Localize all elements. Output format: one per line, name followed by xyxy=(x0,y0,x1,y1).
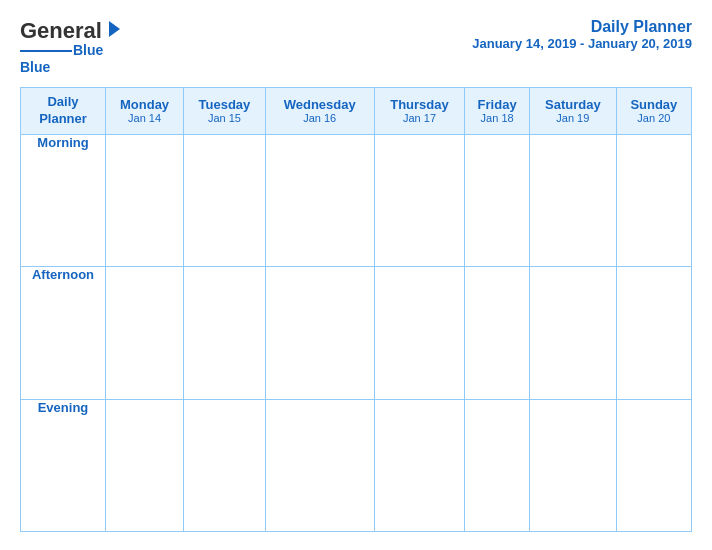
logo-blue-label: Blue xyxy=(20,59,50,75)
cell-tuesday-morning[interactable] xyxy=(184,134,266,266)
cell-saturday-evening[interactable] xyxy=(529,399,616,531)
table-header-row: Daily Planner Monday Jan 14 Tuesday Jan … xyxy=(21,88,692,135)
row-evening: Evening xyxy=(21,399,692,531)
cell-wednesday-morning[interactable] xyxy=(265,134,374,266)
col-saturday: Saturday Jan 19 xyxy=(529,88,616,135)
cell-monday-evening[interactable] xyxy=(106,399,184,531)
cell-wednesday-afternoon[interactable] xyxy=(265,267,374,399)
col-wednesday: Wednesday Jan 16 xyxy=(265,88,374,135)
svg-marker-0 xyxy=(109,21,120,37)
logo-blue-text: Blue xyxy=(73,42,103,58)
cell-saturday-morning[interactable] xyxy=(529,134,616,266)
row-label-morning: Morning xyxy=(21,134,106,266)
col-thursday: Thursday Jan 17 xyxy=(374,88,465,135)
cell-sunday-evening[interactable] xyxy=(616,399,691,531)
col-tuesday: Tuesday Jan 15 xyxy=(184,88,266,135)
row-afternoon: Afternoon xyxy=(21,267,692,399)
cell-thursday-evening[interactable] xyxy=(374,399,465,531)
row-label-afternoon: Afternoon xyxy=(21,267,106,399)
cell-monday-morning[interactable] xyxy=(106,134,184,266)
planner-title: Daily Planner xyxy=(472,18,692,36)
row-morning: Morning xyxy=(21,134,692,266)
page-header: General Blue Blue Daily Planner January … xyxy=(20,18,692,75)
cell-saturday-afternoon[interactable] xyxy=(529,267,616,399)
cell-thursday-morning[interactable] xyxy=(374,134,465,266)
title-area: Daily Planner January 14, 2019 - January… xyxy=(472,18,692,51)
logo-triangle-icon xyxy=(104,19,122,39)
cell-sunday-morning[interactable] xyxy=(616,134,691,266)
cell-friday-morning[interactable] xyxy=(465,134,530,266)
cell-friday-afternoon[interactable] xyxy=(465,267,530,399)
cell-sunday-afternoon[interactable] xyxy=(616,267,691,399)
cell-wednesday-evening[interactable] xyxy=(265,399,374,531)
cell-monday-afternoon[interactable] xyxy=(106,267,184,399)
logo-general-text: General xyxy=(20,18,102,44)
logo-area: General Blue Blue xyxy=(20,18,122,75)
cell-friday-evening[interactable] xyxy=(465,399,530,531)
cell-tuesday-afternoon[interactable] xyxy=(184,267,266,399)
table-header-label: Daily Planner xyxy=(21,88,106,135)
col-monday: Monday Jan 14 xyxy=(106,88,184,135)
col-sunday: Sunday Jan 20 xyxy=(616,88,691,135)
cell-tuesday-evening[interactable] xyxy=(184,399,266,531)
cell-thursday-afternoon[interactable] xyxy=(374,267,465,399)
planner-table: Daily Planner Monday Jan 14 Tuesday Jan … xyxy=(20,87,692,532)
planner-date-range: January 14, 2019 - January 20, 2019 xyxy=(472,36,692,51)
row-label-evening: Evening xyxy=(21,399,106,531)
col-friday: Friday Jan 18 xyxy=(465,88,530,135)
